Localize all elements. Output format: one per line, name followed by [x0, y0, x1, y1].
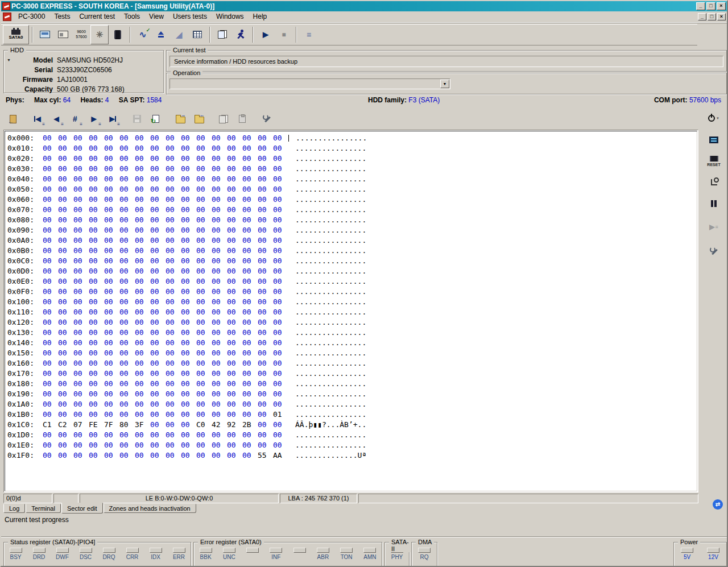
hex-byte[interactable]: 00: [181, 420, 196, 430]
hex-byte[interactable]: 00: [73, 205, 89, 215]
hex-ascii[interactable]: ................: [296, 134, 367, 142]
hex-byte[interactable]: 00: [196, 440, 212, 450]
hex-byte[interactable]: 00: [150, 348, 166, 358]
hex-byte[interactable]: 00: [196, 369, 212, 379]
hex-byte[interactable]: 00: [242, 246, 258, 256]
hex-byte[interactable]: 00: [166, 215, 181, 225]
hex-byte[interactable]: 00: [242, 389, 258, 399]
run-process-button[interactable]: [231, 25, 250, 44]
hex-byte[interactable]: 00: [43, 440, 58, 450]
paste-button[interactable]: [234, 110, 251, 127]
operation-combobox[interactable]: ▼: [169, 78, 450, 89]
hex-byte[interactable]: 00: [212, 174, 227, 184]
hex-byte[interactable]: 00: [258, 420, 273, 430]
hex-byte[interactable]: 00: [119, 184, 135, 194]
hex-byte[interactable]: 00: [258, 194, 273, 205]
hex-byte[interactable]: 00: [73, 256, 89, 266]
hex-byte[interactable]: 00: [119, 225, 135, 235]
hex-byte[interactable]: 00: [150, 184, 166, 194]
hex-byte[interactable]: 00: [196, 297, 212, 307]
hex-byte[interactable]: 00: [196, 287, 212, 297]
hex-byte[interactable]: 00: [212, 297, 227, 307]
hex-byte[interactable]: 00: [212, 205, 227, 215]
hex-byte[interactable]: 00: [58, 194, 73, 205]
hex-byte[interactable]: 00: [58, 154, 73, 164]
hex-byte[interactable]: 00: [166, 154, 181, 164]
hex-byte[interactable]: 00: [196, 379, 212, 389]
hex-byte[interactable]: 00: [89, 348, 104, 358]
hex-byte[interactable]: 00: [181, 348, 196, 358]
hex-byte[interactable]: 00: [104, 184, 119, 194]
hex-byte[interactable]: 00: [43, 450, 58, 461]
hex-byte[interactable]: 00: [73, 450, 89, 461]
hex-byte[interactable]: 00: [166, 450, 181, 461]
hex-byte[interactable]: 00: [58, 307, 73, 317]
hex-byte[interactable]: 00: [104, 194, 119, 205]
power-control-button[interactable]: ▼: [701, 115, 727, 122]
hex-byte[interactable]: 00: [212, 379, 227, 389]
hex-byte[interactable]: 00: [166, 317, 181, 328]
last-sector-button[interactable]: ▶≡: [104, 110, 121, 127]
hex-byte[interactable]: 7F: [104, 420, 119, 430]
hex-byte[interactable]: 00: [227, 246, 242, 256]
hex-byte[interactable]: 00: [242, 338, 258, 348]
hex-byte[interactable]: 00: [135, 164, 150, 174]
hex-byte[interactable]: 00: [43, 133, 58, 143]
hex-byte[interactable]: 00: [135, 266, 150, 276]
hex-byte[interactable]: 00: [89, 256, 104, 266]
hex-byte[interactable]: 00: [58, 338, 73, 348]
hex-byte[interactable]: 00: [89, 409, 104, 420]
hex-byte[interactable]: 00: [89, 328, 104, 338]
hex-byte[interactable]: 00: [58, 256, 73, 266]
hex-byte[interactable]: 00: [273, 225, 288, 235]
hex-byte[interactable]: 00: [258, 440, 273, 450]
hex-byte[interactable]: 00: [135, 256, 150, 266]
hex-byte[interactable]: 00: [73, 246, 89, 256]
hex-byte[interactable]: 00: [89, 287, 104, 297]
hex-byte[interactable]: 00: [89, 205, 104, 215]
hex-byte[interactable]: 00: [242, 369, 258, 379]
hex-byte[interactable]: 00: [73, 154, 89, 164]
hex-byte[interactable]: 00: [196, 358, 212, 369]
hex-byte[interactable]: 00: [212, 194, 227, 205]
menu-item-view[interactable]: View: [144, 11, 168, 22]
hex-byte[interactable]: 00: [104, 276, 119, 287]
hex-byte[interactable]: 00: [135, 328, 150, 338]
hex-byte[interactable]: 00: [89, 379, 104, 389]
hex-byte[interactable]: 00: [227, 164, 242, 174]
settings-gear-button[interactable]: ✳: [90, 25, 109, 44]
hex-byte[interactable]: 00: [135, 369, 150, 379]
hex-byte[interactable]: 00: [119, 215, 135, 225]
hex-byte[interactable]: 00: [119, 348, 135, 358]
hex-byte[interactable]: 00: [43, 307, 58, 317]
hex-byte[interactable]: 00: [58, 409, 73, 420]
hex-byte[interactable]: AA: [273, 450, 288, 461]
hex-byte[interactable]: 00: [227, 225, 242, 235]
hex-byte[interactable]: 00: [58, 246, 73, 256]
task-queue-button[interactable]: ≡: [300, 25, 318, 44]
hex-row[interactable]: 0x0D0:00000000000000000000000000000000..…: [7, 266, 697, 276]
tab-terminal[interactable]: Terminal: [26, 504, 61, 513]
hex-byte[interactable]: 00: [119, 256, 135, 266]
hex-byte[interactable]: 00: [135, 389, 150, 399]
hex-byte[interactable]: 00: [196, 307, 212, 317]
hex-byte[interactable]: 00: [227, 174, 242, 184]
hex-byte[interactable]: 00: [212, 276, 227, 287]
hex-byte[interactable]: 00: [196, 276, 212, 287]
hex-byte[interactable]: 00: [43, 184, 58, 194]
hex-byte[interactable]: 00: [73, 389, 89, 399]
hex-byte[interactable]: 00: [212, 164, 227, 174]
hex-byte[interactable]: 00: [196, 205, 212, 215]
hex-row[interactable]: 0x1C0:C1C207FE7F803F000000C042922B0000ÁÂ…: [7, 420, 697, 430]
hex-byte[interactable]: 00: [227, 287, 242, 297]
hex-byte[interactable]: 00: [58, 287, 73, 297]
hex-byte[interactable]: 00: [150, 205, 166, 215]
hex-ascii[interactable]: ................: [295, 267, 366, 275]
hex-ascii[interactable]: ................: [295, 308, 366, 316]
mdi-close-button[interactable]: ×: [717, 13, 726, 20]
hex-byte[interactable]: 00: [89, 440, 104, 450]
hex-byte[interactable]: 00: [258, 235, 273, 246]
hex-row[interactable]: 0x120:00000000000000000000000000000000..…: [7, 317, 697, 328]
hex-byte[interactable]: 00: [196, 348, 212, 358]
hex-byte[interactable]: 00: [273, 369, 288, 379]
